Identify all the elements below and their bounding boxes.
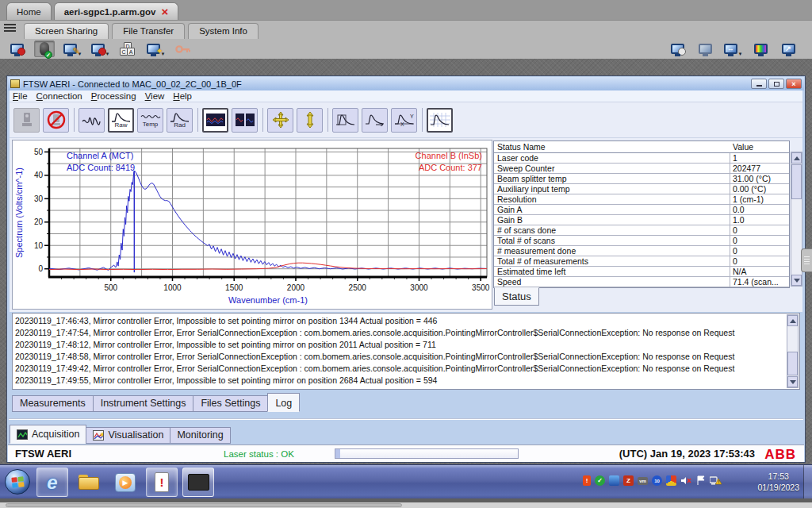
tray-badge-icon[interactable]: 10 (652, 475, 662, 486)
record-session-button[interactable]: ▾ (90, 40, 110, 57)
status-value: 31.00 (°C) (730, 174, 789, 183)
arrow-down-icon (794, 279, 800, 283)
status-value: 0 (730, 256, 789, 266)
temperature-view-button[interactable]: Temp (137, 108, 163, 133)
instrument-off-button[interactable] (43, 108, 69, 133)
window-titlebar[interactable]: FTSW AERI - Connected to MAC_00_02_2C_00… (8, 77, 804, 90)
interferogram-view-button[interactable] (79, 108, 105, 133)
status-row[interactable]: # of scans done 0 (494, 225, 789, 236)
taskbar-explorer-button[interactable] (73, 468, 105, 497)
tray-network-warning-icon[interactable]: ! (710, 475, 722, 486)
unzoom-button[interactable] (362, 108, 388, 133)
close-button[interactable]: × (786, 79, 802, 89)
scrollbar-thumb[interactable] (787, 352, 798, 375)
taskbar-alert-app-button[interactable]: ! (146, 468, 178, 497)
menu-processing[interactable]: Processing (91, 91, 136, 101)
spectrum-chart[interactable]: 01020304050500100015002000250030003500Wa… (12, 140, 492, 310)
log-scrollbar[interactable] (787, 314, 799, 388)
tab-log[interactable]: Log (267, 393, 300, 412)
view-only-button[interactable] (6, 40, 27, 57)
tray-color-icon[interactable] (666, 475, 676, 486)
taskbar-media-player-button[interactable]: ▶ (109, 468, 141, 497)
multi-monitor-button[interactable] (695, 40, 715, 57)
minimize-button[interactable] (751, 79, 767, 89)
tab-screen-sharing[interactable]: Screen Sharing (24, 23, 109, 39)
menu-icon[interactable] (4, 24, 16, 33)
fullscreen-button[interactable]: ↗ (778, 40, 799, 57)
menu-view[interactable]: View (145, 91, 165, 101)
tab-monitoring[interactable]: Monitoring (170, 427, 230, 444)
tab-instrument-settings[interactable]: Instrument Settings (93, 395, 194, 412)
status-row[interactable]: Total # of scans 0 (494, 236, 789, 246)
radiance-view-button[interactable]: Rad (167, 108, 193, 133)
raw-spectrum-button[interactable]: Raw (108, 108, 134, 133)
scroll-down-button[interactable] (787, 376, 798, 387)
taskbar-ie-button[interactable]: e (36, 468, 68, 497)
pan-button[interactable] (267, 108, 293, 133)
status-row[interactable]: Speed 71.4 (scan... (494, 277, 789, 287)
tray-alert-icon[interactable]: ! (583, 475, 591, 486)
tray-volume-muted-icon[interactable] (680, 475, 691, 486)
tray-action-center-icon[interactable] (695, 475, 706, 486)
show-desktop-button[interactable] (803, 465, 812, 498)
status-row[interactable]: Auxiliary input temp 0.00 (°C) (494, 184, 789, 194)
instrument-icon (21, 112, 33, 128)
tray-filezilla-icon[interactable]: Z (623, 475, 634, 486)
horizontal-scrollbar-thumb[interactable] (6, 503, 402, 507)
abb-logo: ABB (764, 447, 796, 463)
mouse-control-button[interactable]: ✓ (34, 40, 55, 57)
tab-acquisition[interactable]: Acquisition (10, 425, 86, 444)
axes-xy-button[interactable]: XY (391, 108, 417, 133)
status-row[interactable]: Beam splitter temp 31.00 (°C) (494, 174, 789, 184)
scrollbar-thumb[interactable] (791, 164, 802, 199)
status-value: 71.4 (scan... (730, 277, 789, 287)
log-panel[interactable]: 20230119_17:46:43, Mirror controller Err… (12, 313, 800, 390)
status-row[interactable]: Laser code 1 (494, 153, 789, 164)
status-row[interactable]: Total # of measurements 0 (494, 256, 789, 267)
splitter-grip[interactable] (801, 248, 812, 272)
scroll-up-button[interactable] (791, 152, 802, 164)
menu-connection[interactable]: Connection (36, 91, 82, 101)
credentials-button[interactable] (173, 40, 193, 57)
menu-help[interactable]: Help (173, 91, 192, 101)
status-row[interactable]: Sweep Counter 202477 (494, 164, 789, 174)
tab-visualisation[interactable]: Visualisation (86, 427, 170, 444)
start-button[interactable] (5, 469, 30, 495)
color-quality-button[interactable] (750, 40, 771, 57)
scale-mode-button[interactable]: ↔ ▾ (722, 40, 743, 57)
browser-tab-home[interactable]: Home (6, 2, 52, 20)
tab-status[interactable]: Status (494, 287, 539, 306)
split-channels-button[interactable] (232, 108, 258, 133)
commands-button[interactable]: ✦ ▾ (145, 40, 166, 57)
tab-measurements[interactable]: Measurements (12, 395, 94, 412)
maximize-button[interactable] (768, 79, 784, 89)
tab-system-info[interactable]: System Info (188, 23, 259, 39)
tray-clock[interactable]: 17:53 01/19/2023 (757, 471, 799, 493)
tab-files-settings[interactable]: Files Settings (193, 395, 268, 412)
status-row[interactable]: # measurement done 0 (494, 246, 789, 256)
status-row[interactable]: Estimated time left N/A (494, 267, 789, 277)
tray-vmware-icon[interactable]: vm (638, 477, 648, 485)
status-row[interactable]: Gain A 0.0 (494, 205, 789, 215)
annotate-button[interactable]: ✎ ▾ (62, 40, 82, 57)
vertical-autoscale-button[interactable] (297, 108, 323, 133)
status-row[interactable]: Gain B 1.0 (494, 215, 789, 225)
tab-file-transfer[interactable]: File Transfer (112, 23, 185, 39)
send-keys-button[interactable]: DCA (117, 40, 138, 57)
zoom-box-button[interactable] (332, 108, 358, 133)
tray-app-blue-icon[interactable] (609, 475, 619, 486)
horizontal-scrollbar[interactable] (0, 502, 812, 508)
overlay-channels-button[interactable] (202, 108, 228, 133)
screenshot-button[interactable] (667, 40, 688, 57)
browser-tab-remote[interactable]: aeri-sgpc1.p.arm.gov × (54, 2, 178, 20)
close-tab-icon[interactable]: × (161, 6, 168, 17)
status-row[interactable]: Resolution 1 (cm-1) (494, 194, 789, 205)
instrument-button[interactable] (13, 108, 40, 133)
menu-file[interactable]: File (13, 91, 28, 101)
main-content: 01020304050500100015002000250030003500Wa… (10, 138, 802, 312)
tray-check-icon[interactable]: ✓ (595, 475, 605, 486)
scroll-down-button[interactable] (791, 275, 802, 286)
taskbar-viewer-app-button[interactable] (182, 468, 214, 497)
grid-toggle-button[interactable] (427, 108, 453, 133)
scroll-up-button[interactable] (787, 315, 798, 326)
